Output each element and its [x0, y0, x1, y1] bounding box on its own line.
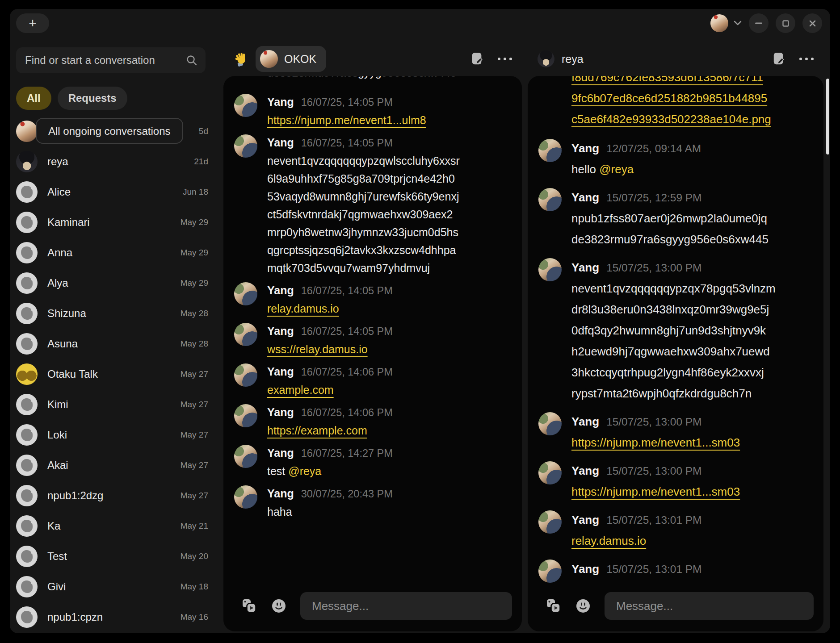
message: Yang16/07/25, 14:06 PMexample.com — [234, 363, 511, 399]
conversation-name: Test — [47, 550, 171, 563]
minimize-button[interactable] — [749, 13, 769, 33]
emoji-icon[interactable] — [575, 598, 591, 614]
message-author: Yang — [267, 403, 294, 421]
avatar — [16, 485, 38, 506]
new-conversation-button[interactable]: + — [16, 13, 49, 33]
message-author: Yang — [571, 187, 599, 208]
conversation-item[interactable]: reya21d — [16, 146, 208, 177]
message: Yang16/07/25, 14:05 PMnevent1qvzqqqqqqyp… — [234, 134, 511, 277]
chevron-down-icon[interactable] — [734, 21, 742, 26]
chat-reya-title: reya — [562, 53, 584, 66]
maximize-button[interactable] — [776, 13, 795, 33]
message-input[interactable] — [300, 592, 512, 620]
conversation-item[interactable]: KaminariMay 29 — [16, 207, 208, 238]
attach-media-icon[interactable] — [546, 598, 562, 614]
message-link[interactable]: relay.damus.io — [571, 530, 701, 551]
conversation-date: 5d — [199, 126, 208, 136]
search-box[interactable] — [16, 47, 206, 73]
more-options-icon[interactable] — [799, 58, 814, 60]
message-link[interactable]: wss://relay.damus.io — [267, 340, 393, 358]
conversation-name: Akai — [47, 459, 171, 472]
message-link[interactable]: c5ae6f482e93933d502238ae104e.png — [571, 109, 771, 130]
conversation-name: Alice — [47, 186, 173, 198]
conversation-item[interactable]: AnnaMay 29 — [16, 238, 208, 268]
message: Yang12/07/25, 09:14 AMhello @reya — [538, 138, 813, 180]
avatar — [16, 272, 38, 294]
conversation-item[interactable]: AsunaMay 28 — [16, 329, 208, 359]
conversation-item[interactable]: AlyaMay 29 — [16, 268, 208, 298]
message-link[interactable]: https://njump.me/nevent1...sm03 — [571, 481, 740, 502]
message-text: de3823rmu97ra6sgyyg956e0s6xw445 — [267, 76, 457, 81]
message-link[interactable]: https://njump.me/nevent1...sm03 — [571, 432, 740, 453]
app-window: + All Requests 5dreya21dAliceJun 18Kamin… — [10, 9, 830, 633]
conversation-date: May 29 — [181, 217, 208, 227]
message-link[interactable]: wss://relay.damus.io — [571, 580, 701, 585]
tab-all[interactable]: All — [16, 87, 51, 110]
conversation-name: Alya — [47, 277, 171, 289]
message-input[interactable] — [605, 592, 814, 620]
conversation-date: May 28 — [181, 339, 208, 349]
avatar — [16, 424, 38, 446]
message-text: haha — [267, 505, 292, 518]
chat-okok-header: OKOK — [223, 42, 522, 76]
message: Yang15/07/25, 13:01 PMwss://relay.damus.… — [538, 559, 813, 585]
search-input[interactable] — [24, 54, 186, 67]
conversation-item[interactable]: TestMay 20 — [16, 541, 208, 572]
conversation-item[interactable]: npub1:2dzgMay 27 — [16, 480, 208, 511]
conversation-name: Otaku Talk — [47, 368, 171, 380]
conversation-item[interactable]: AliceJun 18 — [16, 177, 208, 207]
close-icon — [809, 20, 816, 27]
avatar — [16, 242, 38, 263]
avatar — [538, 188, 562, 211]
message: Yang15/07/25, 13:00 PMnevent1qvzqqqqqqyp… — [538, 257, 813, 404]
conversation-date: May 16 — [181, 612, 208, 622]
note-icon[interactable] — [471, 52, 483, 66]
chat-reya-avatar[interactable] — [538, 50, 554, 67]
conversation-item[interactable]: ShizunaMay 28 — [16, 298, 208, 329]
message: Yang15/07/25, 13:00 PMhttps://njump.me/n… — [538, 460, 813, 502]
message-text: nevent1qvzqqqqqqypzqx78pgq53vlnzm — [571, 278, 776, 299]
message-link[interactable]: example.com — [267, 381, 393, 399]
message-text: h2uewd9hj7qgwwaehxw309ahx7uewd — [571, 341, 776, 362]
message-link[interactable]: 9fc6b07ed8ce6d251882b9851b44895 — [571, 88, 771, 109]
message-link[interactable]: https://njump.me/nevent1...ulm8 — [267, 111, 426, 129]
mention[interactable]: @reya — [288, 465, 321, 477]
message-author: Yang — [267, 93, 294, 111]
message-link[interactable]: https://example.com — [267, 422, 393, 439]
message: Yang16/07/25, 14:06 PMhttps://example.co… — [234, 403, 511, 439]
message-link[interactable]: f8dd769c762fe83593d6f13586/7c711 — [571, 76, 771, 88]
more-options-icon[interactable] — [498, 58, 512, 60]
conversation-date: May 27 — [181, 491, 208, 501]
tab-requests[interactable]: Requests — [58, 87, 127, 110]
chat-right-messages: f8dd769c762fe83593d6f13586/7c7119fc6b07e… — [528, 76, 823, 585]
message-author: Yang — [267, 281, 294, 299]
conversation-item[interactable]: KimiMay 27 — [16, 389, 208, 420]
scrollbar-thumb[interactable] — [826, 79, 829, 154]
avatar — [234, 134, 257, 158]
chat-okok-title: OKOK — [284, 53, 316, 66]
conversation-date: May 27 — [181, 369, 208, 379]
conversation-list: 5dreya21dAliceJun 18KaminariMay 29AnnaMa… — [16, 116, 208, 633]
current-user-avatar[interactable] — [710, 14, 728, 32]
conversation-name: Kaminari — [47, 216, 171, 229]
attach-media-icon[interactable] — [241, 598, 257, 614]
chat-okok-title-pill[interactable]: OKOK — [256, 46, 326, 72]
conversation-item[interactable]: KaMay 21 — [16, 511, 208, 541]
mention[interactable]: @reya — [599, 163, 634, 176]
conversation-item[interactable]: Otaku TalkMay 27 — [16, 359, 208, 389]
close-button[interactable] — [802, 13, 822, 33]
message-link[interactable]: relay.damus.io — [267, 300, 393, 317]
conversation-item[interactable]: AkaiMay 27 — [16, 450, 208, 480]
message-author: Yang — [571, 509, 599, 530]
message-author: Yang — [571, 460, 599, 481]
conversation-item[interactable]: GiviMay 18 — [16, 572, 208, 602]
conversation-name: Asuna — [47, 338, 171, 350]
note-icon[interactable] — [773, 52, 785, 66]
avatar — [16, 333, 38, 355]
conversation-item[interactable]: LokiMay 27 — [16, 420, 208, 450]
chat-okok-avatar — [260, 50, 278, 68]
conversation-item[interactable]: npub1:cpznMay 16 — [16, 602, 208, 632]
chat-okok-message-area: de3823rmu97ra6sgyyg956e0s6xw445Yang16/07… — [223, 76, 522, 631]
message: Yang16/07/25, 14:05 PMwss://relay.damus.… — [234, 322, 511, 358]
emoji-icon[interactable] — [271, 598, 287, 614]
